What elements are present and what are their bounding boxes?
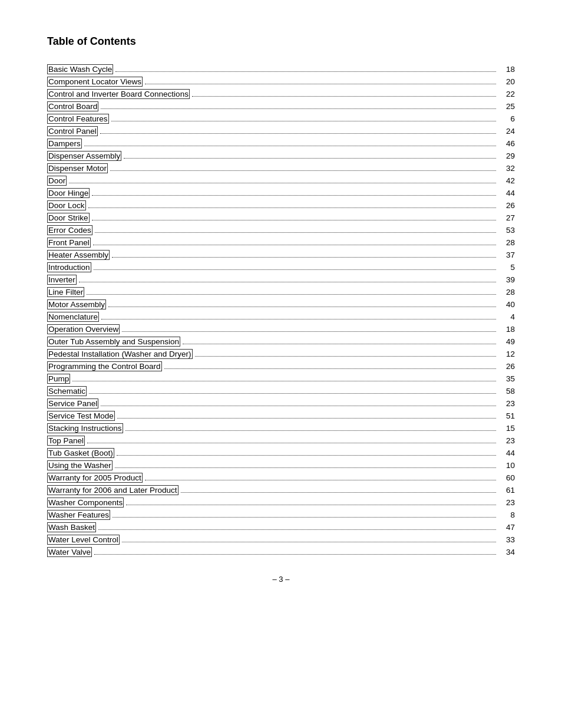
- toc-dots: [164, 368, 496, 369]
- toc-row: Programming the Control Board26: [47, 361, 515, 371]
- toc-link[interactable]: Component Locator Views: [47, 77, 143, 87]
- toc-dots: [122, 542, 496, 542]
- toc-link[interactable]: Top Panel: [47, 436, 85, 446]
- toc-page-number: 8: [498, 510, 515, 519]
- toc-link[interactable]: Control Panel: [47, 126, 98, 136]
- toc-row: Tub Gasket (Boot)44: [47, 448, 515, 458]
- toc-dots: [100, 133, 496, 134]
- toc-link[interactable]: Service Test Mode: [47, 411, 115, 421]
- toc-container: Basic Wash Cycle18Component Locator View…: [47, 64, 515, 557]
- toc-dots: [125, 430, 496, 431]
- toc-link[interactable]: Water Level Control: [47, 535, 120, 545]
- toc-link[interactable]: Door Strike: [47, 213, 90, 223]
- toc-link[interactable]: Water Valve: [47, 547, 92, 557]
- toc-dots: [87, 294, 496, 295]
- toc-link[interactable]: Heater Assembly: [47, 250, 110, 260]
- toc-row: Stacking Instructions15: [47, 423, 515, 433]
- toc-dots: [94, 269, 496, 270]
- toc-link[interactable]: Dampers: [47, 139, 82, 149]
- toc-row: Door42: [47, 176, 515, 186]
- toc-row: Control and Inverter Board Connections22: [47, 89, 515, 99]
- toc-link[interactable]: Error Codes: [47, 225, 92, 235]
- toc-dots: [94, 554, 496, 555]
- toc-page-number: 60: [498, 473, 515, 482]
- toc-page-number: 58: [498, 387, 515, 396]
- toc-link[interactable]: Motor Assembly: [47, 299, 106, 309]
- toc-row: Motor Assembly40: [47, 299, 515, 309]
- toc-row: Water Valve34: [47, 547, 515, 557]
- toc-dots: [115, 71, 496, 72]
- toc-row: Front Panel28: [47, 238, 515, 248]
- toc-link[interactable]: Door: [47, 176, 67, 186]
- toc-dots: [101, 319, 496, 319]
- toc-page-number: 34: [498, 548, 515, 556]
- toc-link[interactable]: Tub Gasket (Boot): [47, 448, 114, 458]
- toc-link[interactable]: Pump: [47, 374, 70, 384]
- toc-dots: [89, 393, 496, 394]
- toc-dots: [122, 331, 496, 332]
- toc-link[interactable]: Dispenser Assembly: [47, 151, 121, 161]
- toc-dots: [117, 418, 496, 419]
- toc-row: Warranty for 2005 Product60: [47, 473, 515, 483]
- toc-link[interactable]: Service Panel: [47, 398, 98, 409]
- toc-link[interactable]: Pedestal Installation (Washer and Dryer): [47, 349, 193, 359]
- toc-link[interactable]: Control Features: [47, 114, 109, 124]
- toc-link[interactable]: Operation Overview: [47, 324, 120, 334]
- toc-link[interactable]: Introduction: [47, 262, 91, 272]
- toc-link[interactable]: Using the Washer: [47, 460, 113, 470]
- toc-row: Basic Wash Cycle18: [47, 64, 515, 74]
- toc-link[interactable]: Programming the Control Board: [47, 361, 162, 371]
- toc-dots: [101, 108, 496, 109]
- toc-row: Door Hinge44: [47, 188, 515, 198]
- toc-link[interactable]: Schematic: [47, 386, 87, 396]
- toc-dots: [145, 480, 496, 480]
- toc-link[interactable]: Basic Wash Cycle: [47, 64, 113, 74]
- toc-link[interactable]: Stacking Instructions: [47, 423, 123, 433]
- toc-dots: [126, 505, 496, 505]
- toc-row: Outer Tub Assembly and Suspension49: [47, 337, 515, 347]
- toc-link[interactable]: Warranty for 2006 and Later Product: [47, 485, 178, 495]
- toc-link[interactable]: Inverter: [47, 275, 77, 285]
- toc-page-number: 61: [498, 486, 515, 495]
- toc-page-number: 42: [498, 176, 515, 185]
- toc-link[interactable]: Nomenclature: [47, 312, 99, 322]
- toc-link[interactable]: Washer Components: [47, 498, 124, 508]
- toc-page-number: 37: [498, 251, 515, 259]
- toc-link[interactable]: Warranty for 2005 Product: [47, 473, 143, 483]
- toc-page-number: 35: [498, 374, 515, 383]
- toc-link[interactable]: Door Hinge: [47, 188, 90, 198]
- toc-link[interactable]: Outer Tub Assembly and Suspension: [47, 337, 180, 347]
- toc-page-number: 44: [498, 189, 515, 197]
- toc-row: Component Locator Views20: [47, 77, 515, 87]
- toc-row: Service Test Mode51: [47, 411, 515, 421]
- toc-dots: [124, 158, 496, 159]
- toc-page-number: 20: [498, 77, 515, 86]
- toc-page-number: 22: [498, 90, 515, 98]
- toc-dots: [117, 455, 496, 456]
- toc-row: Warranty for 2006 and Later Product61: [47, 485, 515, 495]
- toc-link[interactable]: Control and Inverter Board Connections: [47, 89, 190, 99]
- toc-link[interactable]: Door Lock: [47, 200, 86, 210]
- toc-dots: [195, 356, 496, 357]
- toc-page-number: 25: [498, 102, 515, 111]
- toc-row: Using the Washer10: [47, 460, 515, 470]
- toc-page-number: 26: [498, 201, 515, 210]
- toc-dots: [72, 381, 496, 381]
- toc-link[interactable]: Wash Basket: [47, 522, 96, 532]
- toc-page-number: 15: [498, 424, 515, 433]
- toc-dots: [113, 517, 496, 518]
- toc-dots: [93, 245, 496, 245]
- toc-link[interactable]: Control Board: [47, 101, 98, 111]
- toc-link[interactable]: Front Panel: [47, 238, 91, 248]
- toc-link[interactable]: Washer Features: [47, 510, 110, 520]
- toc-dots: [84, 146, 496, 146]
- toc-row: Door Strike27: [47, 213, 515, 223]
- toc-link[interactable]: Dispenser Motor: [47, 163, 108, 173]
- toc-page-number: 23: [498, 436, 515, 445]
- toc-page-number: 27: [498, 213, 515, 222]
- toc-dots: [115, 467, 496, 468]
- toc-link[interactable]: Line Filter: [47, 287, 84, 297]
- toc-dots: [111, 121, 496, 121]
- toc-row: Control Panel24: [47, 126, 515, 136]
- toc-page-number: 5: [498, 263, 515, 272]
